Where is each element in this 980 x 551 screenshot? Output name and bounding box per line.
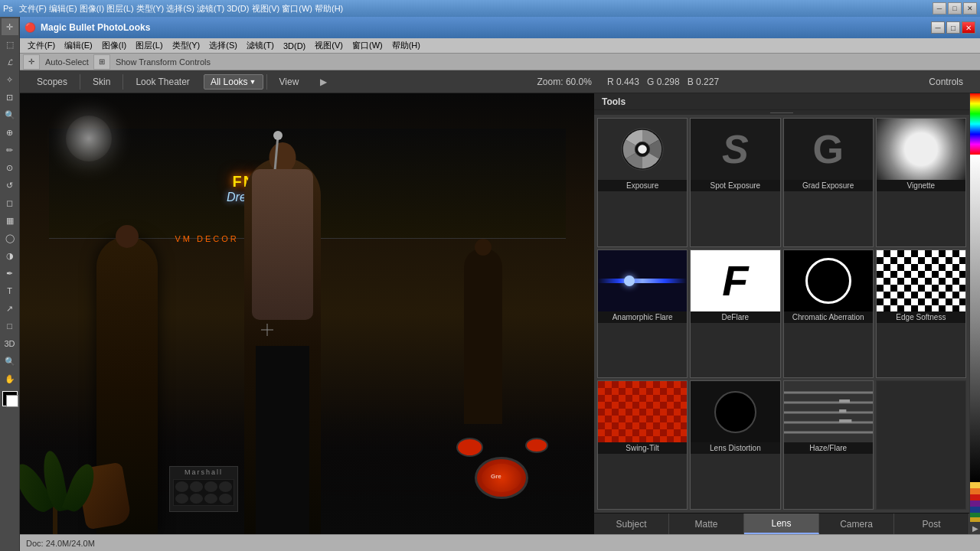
tool-spot-exposure[interactable]: S Spot Exposure [690,118,780,247]
ps-text-tool[interactable]: T [2,282,18,299]
floor-tom [525,438,548,453]
ps-pen-tool[interactable]: ✒ [2,265,18,282]
zoom-label: Zoom: [537,77,564,87]
aperture-icon [620,127,665,171]
tool-swing-tilt-thumb [598,381,687,442]
ps-3d-tool[interactable]: 3D [2,335,18,352]
tool-vignette[interactable]: Vignette [876,118,966,247]
ps-hand-tool[interactable]: ✋ [2,370,18,387]
ps-history-brush-tool[interactable]: ↺ [2,177,18,194]
app-icon: 🔴 [24,22,36,33]
ps-blur-tool[interactable]: ◯ [2,230,18,246]
right-tools-panel: Tools [594,93,969,534]
tool-haze-flare[interactable]: Haze/Flare [783,380,874,510]
tool-haze-flare-thumb [784,381,873,442]
tool-edge-softness[interactable]: Edge Softness [876,249,966,379]
background-color[interactable] [6,395,18,407]
skin-button[interactable]: Skin [82,73,121,90]
menu-type[interactable]: 类型(Y) [168,40,205,51]
ps-menubar: 文件(F) 编辑(E) 图像(I) 图层(L) 类型(Y) 选择(S) 滤镜(T… [20,38,980,54]
app-titlebar-left: 🔴 Magic Bullet PhotoLooks [24,22,150,33]
os-maximize-button[interactable]: □ [948,2,962,15]
spot-exposure-icon: S [722,126,749,172]
tool-anamorphic-flare[interactable]: Anamorphic Flare [597,249,688,379]
os-close-button[interactable]: ✕ [963,2,977,15]
tool-swing-tilt[interactable]: Swing-Tilt [597,380,688,510]
ps-shape-tool[interactable]: □ [2,318,18,334]
menu-filter[interactable]: 滤镜(T) [242,40,279,51]
ps-dodge-tool[interactable]: ◑ [2,247,18,264]
photo-canvas: FNC Dream Hall VM DECOR [20,93,594,534]
toolbar-separator-3 [266,74,267,90]
foreground-color[interactable] [2,391,18,406]
os-titlebar-controls[interactable]: ─ □ ✕ [933,2,977,15]
ps-gradient-tool[interactable]: ▦ [2,212,18,229]
all-looks-dropdown[interactable]: All Looks ▼ [204,74,263,90]
menu-window[interactable]: 窗口(W) [348,40,387,51]
right-scroll-button[interactable]: ▶ [970,522,980,534]
plugin-toolbar: Scopes Skin Look Theater All Looks ▼ Vie… [20,70,980,93]
marshall-amp: Marshall [169,466,238,512]
menu-image[interactable]: 图像(I) [97,40,131,51]
os-minimize-button[interactable]: ─ [933,2,946,15]
ps-magic-wand-tool[interactable]: ✧ [2,71,18,88]
tool-chromatic-aberration[interactable]: Chromatic Aberration [783,249,874,379]
ps-crop-tool[interactable]: ⊡ [2,89,18,106]
view-button[interactable]: View [269,73,310,90]
menu-select[interactable]: 选择(S) [204,40,242,51]
play-button[interactable]: ▶ [309,73,338,90]
ps-eyedropper-tool[interactable]: 🔍 [2,106,18,123]
menu-view[interactable]: 视图(V) [310,40,348,51]
ps-lasso-tool[interactable]: 𝓛 [2,54,18,70]
ps-clone-tool[interactable]: ⊙ [2,159,18,176]
tool-deflare[interactable]: F DeFlare [690,249,780,379]
tab-post[interactable]: Post [894,514,969,534]
ps-zoom-tool[interactable]: 🔍 [2,353,18,370]
menu-3d[interactable]: 3D(D) [279,41,310,51]
ps-status-bar: Doc: 24.0M/24.0M [20,534,980,551]
tab-camera[interactable]: Camera [819,514,894,534]
ps-healing-tool[interactable]: ⊕ [2,124,18,141]
tab-subject[interactable]: Subject [594,514,669,534]
drum-kit: Gre [456,438,548,499]
ps-show-transform[interactable]: ⊞ [93,54,110,70]
tool-exposure[interactable]: Exposure [597,118,688,247]
ps-brush-tool[interactable]: ✏ [2,142,18,158]
scopes-button[interactable]: Scopes [26,73,78,90]
ps-options-bar: ✛ Auto-Select ⊞ Show Transform Controls [20,54,980,70]
tab-matte[interactable]: Matte [669,514,744,534]
tool-edge-softness-label: Edge Softness [877,311,965,323]
menu-file[interactable]: 文件(F) [23,40,60,51]
svg-rect-12 [839,419,851,422]
tool-lens-distortion-label: Lens Distortion [691,442,779,454]
tool-deflare-label: DeFlare [691,311,779,323]
tool-grad-exposure-label: Grad Exposure [784,180,873,191]
ps-path-select-tool[interactable]: ↗ [2,300,18,317]
tool-anamorphic-label: Anamorphic Flare [598,311,687,323]
svg-rect-10 [839,399,850,403]
controls-button[interactable]: Controls [918,73,974,90]
yellow-swatch [970,482,980,488]
tools-header: Tools [594,93,969,110]
tool-grad-exposure[interactable]: G Grad Exposure [783,118,874,247]
app-restore-button[interactable]: □ [946,21,960,34]
app-close-button[interactable]: ✕ [962,21,975,34]
ps-eraser-tool[interactable]: ◻ [2,194,18,211]
menu-edit[interactable]: 编辑(E) [60,40,97,51]
tool-swing-tilt-label: Swing-Tilt [598,442,687,454]
tools-grid: Exposure S Spot Exposure G G [594,115,969,513]
menu-help[interactable]: 帮助(H) [387,40,425,51]
ps-select-tool[interactable]: ⬚ [2,36,18,53]
spotlight-left [66,116,112,161]
app-titlebar-controls[interactable]: ─ □ ✕ [931,21,975,34]
tab-lens[interactable]: Lens [744,514,819,534]
look-theater-button[interactable]: Look Theater [125,73,201,90]
tool-deflare-thumb: F [691,250,779,311]
app-minimize-button[interactable]: ─ [931,21,945,34]
ps-auto-select[interactable]: ✛ [23,54,40,70]
gray-spectrum [970,155,980,482]
tool-lens-distortion[interactable]: Lens Distortion [690,380,780,510]
menu-layer[interactable]: 图层(L) [131,40,167,51]
ps-move-tool[interactable]: ✛ [2,18,18,35]
plant-leaves [31,442,85,511]
